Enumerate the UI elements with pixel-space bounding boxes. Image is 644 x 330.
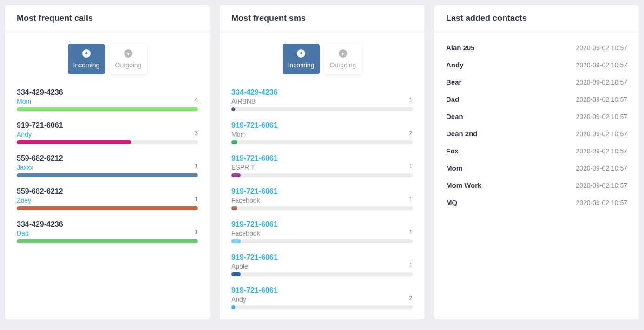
- panel-contacts-header: Last added contacts: [434, 5, 639, 32]
- sms-phone[interactable]: 919-721-6061: [231, 286, 278, 295]
- sms-row-top: 919-721-6061Facebook1: [231, 220, 413, 237]
- contact-row[interactable]: Dad2020-09-02 10:57: [446, 91, 627, 108]
- contact-row[interactable]: Bear2020-09-02 10:57: [446, 73, 627, 91]
- contact-date: 2020-09-02 10:57: [576, 182, 627, 189]
- contact-name: Bear: [446, 78, 461, 86]
- sms-row-top: 919-721-6061ESPRIT1: [231, 154, 413, 171]
- sms-phone[interactable]: 919-721-6061: [231, 253, 278, 262]
- sms-tab-outgoing-label: Outgoing: [330, 61, 356, 69]
- calls-phone: 334-429-4236: [17, 220, 63, 229]
- sms-tab-outgoing[interactable]: Outgoing: [324, 44, 361, 74]
- calls-bar-track: [17, 239, 198, 243]
- calls-tabs: Incoming Outgoing: [17, 44, 198, 74]
- sms-count: 1: [409, 162, 413, 171]
- contact-name: Dean: [446, 112, 463, 120]
- contact-row[interactable]: Mom2020-09-02 10:57: [446, 159, 627, 177]
- calls-row-info: 559-682-6212Jaxxx: [17, 154, 63, 171]
- calls-contact-name[interactable]: Andy: [17, 131, 63, 138]
- contact-date: 2020-09-02 10:57: [576, 61, 627, 69]
- calls-bar-fill: [17, 107, 198, 111]
- panel-contacts: Last added contacts Alan 2052020-09-02 1…: [434, 5, 639, 320]
- sms-contact-name: Andy: [231, 296, 278, 303]
- panel-sms-body: Incoming Outgoing 334-429-4236AIRBNB1919…: [220, 32, 424, 309]
- contact-date: 2020-09-02 10:57: [576, 199, 627, 206]
- calls-row-top: 334-429-4236Dad1: [17, 220, 198, 237]
- sms-row-info: 334-429-4236AIRBNB: [231, 88, 278, 105]
- calls-contact-name[interactable]: Dad: [17, 230, 63, 237]
- calls-tab-incoming-label: Incoming: [73, 61, 100, 69]
- contact-row[interactable]: Andy2020-09-02 10:57: [446, 56, 627, 73]
- sms-row-info: 919-721-6061Apple: [231, 253, 278, 270]
- arrow-down-circle-icon: [297, 49, 305, 58]
- calls-bar-track: [17, 206, 198, 210]
- calls-contact-name[interactable]: Jaxxx: [17, 164, 63, 171]
- sms-bar-fill: [231, 173, 241, 177]
- sms-row-info: 919-721-6061Facebook: [231, 187, 278, 204]
- panel-contacts-title: Last added contacts: [446, 13, 627, 23]
- panel-sms-header: Most frequent sms: [220, 5, 424, 32]
- calls-phone: 559-682-6212: [17, 187, 63, 196]
- sms-row: 334-429-4236AIRBNB1: [231, 88, 413, 111]
- sms-row-info: 919-721-6061Andy: [231, 286, 278, 303]
- calls-row: 919-721-6061Andy3: [17, 121, 198, 144]
- calls-row-info: 334-429-4236Mom: [17, 88, 63, 105]
- sms-row: 919-721-6061Facebook1: [231, 220, 413, 243]
- sms-row-info: 919-721-6061Mom: [231, 121, 278, 138]
- calls-row-info: 334-429-4236Dad: [17, 220, 63, 237]
- calls-tab-incoming[interactable]: Incoming: [68, 44, 105, 74]
- contact-row[interactable]: Alan 2052020-09-02 10:57: [446, 39, 627, 56]
- sms-phone[interactable]: 919-721-6061: [231, 220, 278, 229]
- calls-bar-track: [17, 140, 198, 144]
- sms-bar-track: [231, 305, 413, 309]
- sms-bar-track: [231, 239, 413, 243]
- calls-count: 1: [194, 228, 198, 237]
- sms-tab-incoming-label: Incoming: [288, 61, 315, 69]
- panel-sms-title: Most frequent sms: [231, 13, 413, 23]
- calls-bar-track: [17, 173, 198, 177]
- calls-count: 4: [194, 96, 198, 105]
- dashboard-container: Most frequent calls Incoming Outgoing 33…: [0, 0, 644, 324]
- contact-name: Andy: [446, 61, 464, 69]
- calls-count: 1: [194, 162, 198, 171]
- contact-row[interactable]: Mom Work2020-09-02 10:57: [446, 177, 627, 194]
- contact-date: 2020-09-02 10:57: [576, 44, 627, 52]
- sms-count: 2: [409, 129, 413, 138]
- contact-row[interactable]: MQ2020-09-02 10:57: [446, 194, 627, 211]
- sms-row: 919-721-6061Facebook1: [231, 187, 413, 210]
- sms-row: 919-721-6061Andy2: [231, 286, 413, 309]
- contact-row[interactable]: Dean 2nd2020-09-02 10:57: [446, 125, 627, 142]
- sms-row-top: 919-721-6061Andy2: [231, 286, 413, 303]
- calls-phone: 334-429-4236: [17, 88, 63, 97]
- sms-contact-name: AIRBNB: [231, 98, 278, 105]
- contact-name: Alan 205: [446, 44, 475, 52]
- calls-count: 3: [194, 129, 198, 138]
- sms-phone[interactable]: 334-429-4236: [231, 88, 278, 97]
- sms-tabs: Incoming Outgoing: [231, 44, 413, 74]
- contact-name: Mom: [446, 164, 462, 172]
- sms-row-top: 919-721-6061Mom2: [231, 121, 413, 138]
- sms-row: 919-721-6061Mom2: [231, 121, 413, 144]
- calls-phone: 919-721-6061: [17, 121, 63, 130]
- sms-phone[interactable]: 919-721-6061: [231, 187, 278, 196]
- calls-row: 334-429-4236Mom4: [17, 88, 198, 111]
- sms-phone[interactable]: 919-721-6061: [231, 154, 278, 163]
- contact-row[interactable]: Fox2020-09-02 10:57: [446, 142, 627, 159]
- contact-name: Dad: [446, 95, 459, 103]
- calls-tab-outgoing[interactable]: Outgoing: [110, 44, 147, 74]
- calls-count: 1: [194, 195, 198, 204]
- sms-contact-name: ESPRIT: [231, 164, 278, 171]
- calls-contact-name[interactable]: Zoey: [17, 197, 63, 204]
- sms-count: 2: [409, 294, 413, 303]
- contact-row[interactable]: Dean2020-09-02 10:57: [446, 108, 627, 125]
- calls-row-top: 559-682-6212Zoey1: [17, 187, 198, 204]
- panel-calls-body: Incoming Outgoing 334-429-4236Mom4919-72…: [5, 32, 210, 243]
- sms-count: 1: [409, 228, 413, 237]
- calls-row-top: 334-429-4236Mom4: [17, 88, 198, 105]
- calls-list: 334-429-4236Mom4919-721-6061Andy3559-682…: [17, 88, 198, 243]
- calls-contact-name[interactable]: Mom: [17, 98, 63, 105]
- sms-tab-incoming[interactable]: Incoming: [283, 44, 320, 74]
- sms-phone[interactable]: 919-721-6061: [231, 121, 278, 130]
- sms-contact-name: Facebook: [231, 230, 278, 237]
- panel-calls-title: Most frequent calls: [17, 13, 198, 23]
- sms-bar-track: [231, 206, 413, 210]
